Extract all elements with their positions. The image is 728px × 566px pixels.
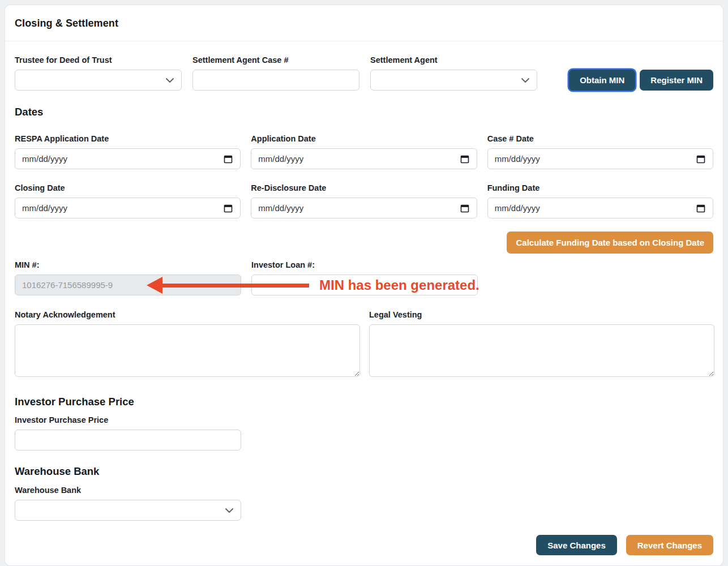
investor-purchase-price-input[interactable] bbox=[15, 430, 241, 451]
settlement-agent-field-group: Settlement Agent bbox=[370, 55, 537, 91]
warehouse-bank-select-wrap bbox=[15, 500, 241, 521]
min-number-input bbox=[15, 275, 241, 295]
warehouse-bank-heading: Warehouse Bank bbox=[15, 465, 713, 477]
calendar-icon[interactable] bbox=[224, 155, 233, 164]
case-date-group: Case # Date bbox=[487, 134, 713, 169]
investor-purchase-price-label: Investor Purchase Price bbox=[15, 415, 241, 425]
settlement-agent-case-input[interactable] bbox=[192, 70, 359, 91]
calendar-icon[interactable] bbox=[696, 155, 705, 164]
investor-purchase-price-heading: Investor Purchase Price bbox=[15, 396, 713, 408]
case-date-input[interactable] bbox=[487, 148, 713, 169]
warehouse-bank-select[interactable] bbox=[15, 500, 241, 521]
investor-purchase-price-group: Investor Purchase Price bbox=[15, 415, 241, 451]
obtain-min-button[interactable]: Obtain MIN bbox=[569, 70, 635, 91]
redisclosure-date-label: Re-Disclosure Date bbox=[251, 183, 477, 193]
trustee-select-wrap bbox=[15, 70, 182, 91]
legal-vesting-label: Legal Vesting bbox=[369, 310, 714, 320]
min-field-group: MIN #: bbox=[15, 260, 241, 295]
legal-vesting-field-group: Legal Vesting bbox=[369, 310, 714, 377]
save-changes-button[interactable]: Save Changes bbox=[536, 535, 617, 555]
funding-date-label: Funding Date bbox=[487, 183, 713, 193]
settlement-agent-row: Trustee for Deed of Trust Settlement Age… bbox=[15, 55, 713, 91]
settlement-agent-label: Settlement Agent bbox=[370, 55, 537, 65]
dates-grid: RESPA Application Date Application Date … bbox=[15, 134, 713, 218]
investor-loan-label: Investor Loan #: bbox=[251, 260, 478, 270]
min-number-label: MIN #: bbox=[15, 260, 241, 270]
calculate-funding-row: Calculate Funding Date based on Closing … bbox=[15, 231, 713, 254]
card-header: Closing & Settlement bbox=[5, 5, 723, 41]
funding-date-group: Funding Date bbox=[487, 183, 713, 218]
notary-acknowledgement-textarea[interactable] bbox=[15, 324, 360, 377]
calendar-icon[interactable] bbox=[460, 155, 469, 164]
register-min-button[interactable]: Register MIN bbox=[640, 70, 713, 91]
footer-actions: Save Changes Revert Changes bbox=[15, 535, 713, 555]
respa-application-date-input[interactable] bbox=[15, 148, 241, 169]
calendar-icon[interactable] bbox=[224, 204, 233, 213]
notary-field-group: Notary Acknowledgement bbox=[15, 310, 360, 377]
card-body: Trustee for Deed of Trust Settlement Age… bbox=[5, 41, 723, 565]
calendar-icon[interactable] bbox=[460, 204, 469, 213]
case-date-label: Case # Date bbox=[487, 134, 713, 144]
closing-date-input[interactable] bbox=[15, 198, 241, 218]
calculate-funding-date-button[interactable]: Calculate Funding Date based on Closing … bbox=[507, 231, 713, 254]
investor-loan-field-group: Investor Loan #: bbox=[251, 260, 478, 295]
notary-acknowledgement-label: Notary Acknowledgement bbox=[15, 310, 360, 320]
trustee-field-group: Trustee for Deed of Trust bbox=[15, 55, 182, 91]
trustee-label: Trustee for Deed of Trust bbox=[15, 55, 182, 65]
redisclosure-date-input[interactable] bbox=[251, 198, 477, 218]
settlement-agent-case-label: Settlement Agent Case # bbox=[192, 55, 359, 65]
respa-application-date-label: RESPA Application Date bbox=[15, 134, 241, 144]
calendar-icon[interactable] bbox=[696, 204, 705, 213]
closing-date-group: Closing Date bbox=[15, 183, 241, 218]
legal-vesting-textarea[interactable] bbox=[369, 324, 714, 377]
dates-heading: Dates bbox=[15, 106, 713, 118]
application-date-group: Application Date bbox=[251, 134, 477, 169]
respa-application-date-group: RESPA Application Date bbox=[15, 134, 241, 169]
redisclosure-date-group: Re-Disclosure Date bbox=[251, 183, 477, 218]
settlement-agent-select[interactable] bbox=[370, 70, 537, 91]
warehouse-bank-group: Warehouse Bank bbox=[15, 486, 241, 521]
notes-row: Notary Acknowledgement Legal Vesting bbox=[15, 310, 713, 377]
settlement-case-field-group: Settlement Agent Case # bbox=[192, 55, 359, 91]
min-row: MIN #: Investor Loan #: MIN has been gen… bbox=[15, 260, 713, 295]
funding-date-input[interactable] bbox=[487, 198, 713, 218]
closing-date-label: Closing Date bbox=[15, 183, 241, 193]
closing-settlement-card: Closing & Settlement Trustee for Deed of… bbox=[5, 5, 723, 566]
application-date-label: Application Date bbox=[251, 134, 477, 144]
investor-loan-input[interactable] bbox=[251, 275, 478, 295]
warehouse-bank-label: Warehouse Bank bbox=[15, 486, 241, 495]
min-buttons-group: Obtain MIN Register MIN bbox=[569, 70, 713, 91]
application-date-input[interactable] bbox=[251, 148, 477, 169]
page-background: Closing & Settlement Trustee for Deed of… bbox=[0, 5, 728, 566]
settlement-agent-select-wrap bbox=[370, 70, 537, 91]
page-title: Closing & Settlement bbox=[15, 18, 713, 29]
trustee-select[interactable] bbox=[15, 70, 182, 91]
revert-changes-button[interactable]: Revert Changes bbox=[626, 535, 713, 555]
